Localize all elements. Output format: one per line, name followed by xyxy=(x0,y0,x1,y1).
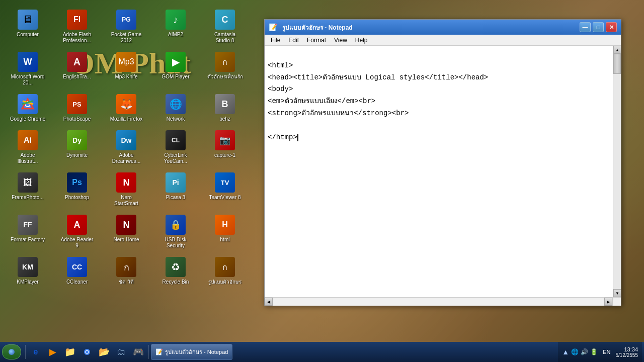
ccleaner-icon-img: CC xyxy=(67,257,87,277)
taskbar-libraries-icon[interactable]: 🗂 xyxy=(113,344,129,360)
frame-icon-img: 🖼 xyxy=(18,172,38,193)
scrollbar-corner xyxy=(613,298,621,306)
desktop-icon-teamviewer[interactable]: TV TeamViewer 8 xyxy=(205,170,245,209)
aimp2-icon-img: ♪ xyxy=(166,10,186,30)
format-icon-img: FF xyxy=(18,215,38,235)
tray-up-arrow[interactable]: ▲ xyxy=(562,348,569,356)
notepad-scrollbar-horizontal: ◀ ▶ xyxy=(265,298,613,306)
desktop-icon-recycle[interactable]: ♻ Recycle Bin xyxy=(155,255,196,287)
computer-icon-img: 🖥 xyxy=(18,10,38,30)
desktop-icon-pocket-game[interactable]: PG Pocket Game 2012 xyxy=(106,8,146,46)
camtasia-icon-img: C xyxy=(215,10,235,30)
desktop-icon-photoshop[interactable]: Ps Photoshop xyxy=(57,170,97,209)
desktop-icon-dreamweaver[interactable]: Dw Adobe Dreamwea... xyxy=(106,128,146,166)
desktop-icon-network[interactable]: 🌐 Network xyxy=(155,92,196,124)
mp3knife-icon-label: Mp3 Knife xyxy=(115,74,137,80)
aimp2-icon-label: AIMP2 xyxy=(168,32,183,38)
desktop-icon-computer[interactable]: 🖥 Computer xyxy=(8,8,48,46)
menu-view[interactable]: View xyxy=(330,36,351,45)
desktop-icon-thai3[interactable]: ก รูปแบบตัวอักษร xyxy=(205,255,245,287)
desktop-icon-word[interactable]: W Microsoft Word 20... xyxy=(8,50,48,88)
capture-icon-img: 📷 xyxy=(215,130,235,150)
taskbar: e ▶ 📁 📂 🗂 🎮 📝 รูปแบบตัวอักษร - Notepad xyxy=(0,342,644,362)
notepad-window: 📝 รูปแบบตัวอักษร - Notepad — □ ✕ File Ed… xyxy=(264,19,621,306)
desktop-icon-ccleaner[interactable]: CC CCleaner xyxy=(57,255,97,287)
start-button[interactable] xyxy=(2,344,21,359)
taskbar-media-icon[interactable]: ▶ xyxy=(45,344,61,360)
close-button[interactable]: ✕ xyxy=(606,22,617,32)
tray-volume-icon: 🔊 xyxy=(581,348,588,355)
taskbar-active-window[interactable]: 📝 รูปแบบตัวอักษร - Notepad xyxy=(151,344,232,360)
camtasia-icon-label: Camtasia Studio 8 xyxy=(207,32,243,44)
taskbar-explorer-icon[interactable]: 📁 xyxy=(62,344,78,360)
usb-icon-label: USB Disk Security xyxy=(157,237,194,249)
desktop-icon-nero-home[interactable]: N Nero Home xyxy=(106,213,146,251)
taskbar-chrome-icon[interactable] xyxy=(79,344,95,360)
desktop-icon-picasa[interactable]: Pi Picasa 3 xyxy=(155,170,196,209)
notepad-scrollbar-vertical: ▲ ▼ xyxy=(613,46,621,297)
nero-home-icon-img: N xyxy=(116,215,136,235)
maximize-button[interactable]: □ xyxy=(593,22,604,32)
desktop-icon-behz[interactable]: B behz xyxy=(205,92,245,124)
desktop-icon-english[interactable]: A EnglishTra... xyxy=(57,50,97,88)
kmplayer-icon-img: KM xyxy=(18,257,38,277)
scrollbar-track xyxy=(613,54,621,289)
desktop-icon-mp3knife[interactable]: Mp3 Mp3 Knife xyxy=(106,50,146,88)
html-icon-img: H xyxy=(215,215,235,235)
menu-help[interactable]: Help xyxy=(351,36,372,45)
desktop-icon-photoscape[interactable]: PS PhotoScape xyxy=(57,92,97,124)
scroll-right-button[interactable]: ▶ xyxy=(604,298,612,306)
desktop-icon-nero-start[interactable]: N Nero StartSmart xyxy=(106,170,146,209)
code-line-5: <strong>ตัวอักษรแบบหนา</strong><br> xyxy=(268,109,409,117)
desktop-icon-thai2[interactable]: ก ชัด วิที xyxy=(106,255,146,287)
desktop-icon-format[interactable]: FF Format Factory xyxy=(8,213,48,251)
desktop-icon-camtasia[interactable]: C Camtasia Studio 8 xyxy=(205,8,245,46)
menu-file[interactable]: File xyxy=(267,36,284,45)
menu-format[interactable]: Format xyxy=(303,36,330,45)
scrollbar-thumb[interactable] xyxy=(613,54,621,74)
code-line-1: <html> xyxy=(268,61,293,69)
kmplayer-icon-label: KMPlayer xyxy=(17,279,38,285)
frame-icon-label: FramePhoto... xyxy=(12,195,43,201)
minimize-button[interactable]: — xyxy=(580,22,591,32)
taskbar-folder-icon[interactable]: 📂 xyxy=(96,344,112,360)
desktop-icon-capture[interactable]: 📷 capture-1 xyxy=(205,128,245,166)
pocket-game-icon-label: Pocket Game 2012 xyxy=(108,32,144,44)
chrome-icon-img xyxy=(18,94,38,114)
notepad-text[interactable]: <html> <head><title>ตัวอักษรแบบ Logical … xyxy=(265,46,613,297)
dreamweaver-icon-img: Dw xyxy=(116,130,136,150)
desktop-icon-gom[interactable]: ▶ GOM Player xyxy=(155,50,196,88)
dynomite-icon-label: Dynomite xyxy=(66,152,88,158)
thai-font-icon-label: ตัวอักษรเพื่อนรัก xyxy=(207,74,243,80)
taskbar-ie-icon[interactable]: e xyxy=(28,344,44,360)
desktop-icon-usb[interactable]: 🔒 USB Disk Security xyxy=(155,213,196,251)
taskbar-game-icon[interactable]: 🎮 xyxy=(130,344,146,360)
desktop-icon-dynomite[interactable]: Dy Dynomite xyxy=(57,128,97,166)
desktop-icon-aimp2[interactable]: ♪ AIMP2 xyxy=(155,8,196,46)
system-tray: ▲ 🌐 🔊 🔋 EN 13:34 5/12/2555 xyxy=(558,342,642,362)
desktop-icon-html[interactable]: H html xyxy=(205,213,245,251)
menu-edit[interactable]: Edit xyxy=(284,36,303,45)
desktop-icon-firefox[interactable]: 🦊 Mozilla Firefox xyxy=(106,92,146,124)
illustrator-icon-img: Ai xyxy=(18,130,38,150)
adobe-flash-icon-label: Adobe Flash Profession... xyxy=(59,32,95,44)
desktop-icon-thai-font[interactable]: ก ตัวอักษรเพื่อนรัก xyxy=(205,50,245,88)
word-icon-label: Microsoft Word 20... xyxy=(10,74,46,86)
desktop-icon-cyberlink[interactable]: CL CyberLink YouCam... xyxy=(155,128,196,166)
desktop-icon-chrome[interactable]: Google Chrome xyxy=(8,92,48,124)
code-line-4: <em>ตัวอักษรแบบเอียง</em><br> xyxy=(268,97,375,105)
scroll-down-button[interactable]: ▼ xyxy=(613,289,621,297)
icon-grid: 🖥 Computer Fl Adobe Flash Profession... … xyxy=(5,5,257,290)
tray-lang[interactable]: EN xyxy=(603,349,610,355)
scroll-up-button[interactable]: ▲ xyxy=(613,46,621,54)
desktop-icon-adobe-flash[interactable]: Fl Adobe Flash Profession... xyxy=(57,8,97,46)
desktop-icon-frame[interactable]: 🖼 FramePhoto... xyxy=(8,170,48,209)
scroll-left-button[interactable]: ◀ xyxy=(265,298,273,306)
desktop-icon-illustrator[interactable]: Ai Adobe Illustrat... xyxy=(8,128,48,166)
gom-icon-img: ▶ xyxy=(166,52,186,72)
desktop-icon-kmplayer[interactable]: KM KMPlayer xyxy=(8,255,48,287)
word-icon-img: W xyxy=(18,52,38,72)
notepad-menubar: File Edit Format View Help xyxy=(265,35,621,46)
tray-clock[interactable]: 13:34 5/12/2555 xyxy=(616,346,638,358)
desktop-icon-acrobat[interactable]: A Adobe Reader 9 xyxy=(57,213,97,251)
